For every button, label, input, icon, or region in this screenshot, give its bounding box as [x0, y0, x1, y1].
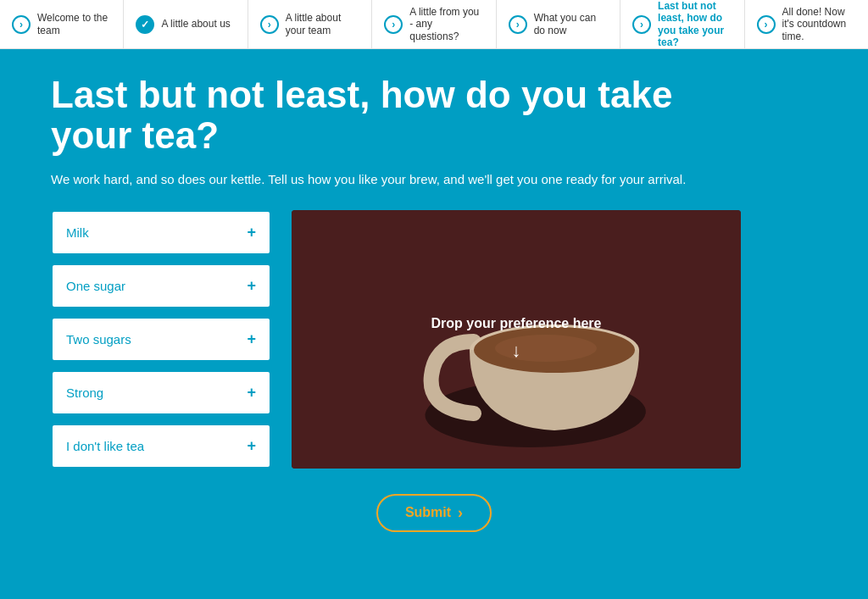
submit-row: Submit ›: [51, 494, 817, 532]
nav-label-tea: Last but not least, how do you take your…: [658, 0, 732, 48]
nav-label-what-you-can-do: What you can do now: [534, 12, 608, 36]
nav-item-from-you[interactable]: › A little from you - any questions?: [372, 0, 496, 48]
option-one-sugar-plus-icon: +: [247, 277, 256, 295]
option-two-sugars-plus-icon: +: [247, 330, 256, 348]
nav-label-about-team: A little about your team: [286, 12, 359, 36]
option-no-tea-label: I don't like tea: [66, 439, 144, 453]
tea-cup-svg: [292, 210, 741, 469]
nav-icon-about-us: ✓: [136, 15, 154, 34]
option-milk[interactable]: Milk +: [51, 210, 271, 255]
options-list: Milk + One sugar + Two sugars + Strong +…: [51, 210, 271, 469]
nav-item-about-team[interactable]: › A little about your team: [248, 0, 372, 48]
nav-icon-what-you-can-do: ›: [509, 15, 527, 34]
main-content: Last but not least, how do you take your…: [0, 49, 868, 566]
option-milk-plus-icon: +: [247, 224, 256, 241]
drag-drop-section: Milk + One sugar + Two sugars + Strong +…: [51, 210, 817, 469]
submit-button[interactable]: Submit ›: [376, 494, 492, 532]
option-milk-label: Milk: [66, 225, 89, 240]
nav-label-about-us: A little about us: [161, 18, 230, 30]
option-no-tea[interactable]: I don't like tea +: [51, 424, 271, 469]
nav-item-tea[interactable]: › Last but not least, how do you take yo…: [620, 0, 744, 48]
option-two-sugars-label: Two sugars: [66, 332, 131, 347]
option-two-sugars[interactable]: Two sugars +: [51, 317, 271, 362]
nav-item-about-us[interactable]: ✓ A little about us: [124, 0, 248, 48]
tea-drop-zone[interactable]: Drop your preference here ↓: [292, 210, 741, 469]
svg-point-3: [495, 335, 597, 362]
option-strong[interactable]: Strong +: [51, 370, 271, 415]
nav-icon-about-team: ›: [260, 15, 279, 34]
nav-item-what-you-can-do[interactable]: › What you can do now: [497, 0, 620, 48]
option-no-tea-plus-icon: +: [247, 437, 256, 455]
nav-bar: › Welcome to the team ✓ A little about u…: [0, 0, 868, 49]
nav-icon-tea: ›: [632, 15, 651, 34]
page-subtitle: We work hard, and so does our kettle. Te…: [51, 172, 817, 186]
option-strong-plus-icon: +: [247, 384, 256, 402]
nav-icon-welcome: ›: [12, 15, 31, 34]
option-strong-label: Strong: [66, 385, 103, 400]
nav-label-welcome: Welcome to the team: [37, 12, 111, 36]
submit-label: Submit: [405, 505, 451, 520]
option-one-sugar[interactable]: One sugar +: [51, 263, 271, 308]
nav-icon-from-you: ›: [384, 15, 403, 34]
nav-icon-all-done: ›: [757, 15, 776, 34]
submit-arrow-icon: ›: [458, 504, 463, 522]
nav-label-from-you: A little from you - any questions?: [409, 6, 483, 42]
option-one-sugar-label: One sugar: [66, 279, 125, 293]
nav-item-welcome[interactable]: › Welcome to the team: [0, 0, 124, 48]
page-title: Last but not least, how do you take your…: [51, 75, 712, 157]
nav-item-all-done[interactable]: › All done! Now it's countdown time.: [745, 0, 868, 48]
nav-label-all-done: All done! Now it's countdown time.: [782, 6, 856, 42]
